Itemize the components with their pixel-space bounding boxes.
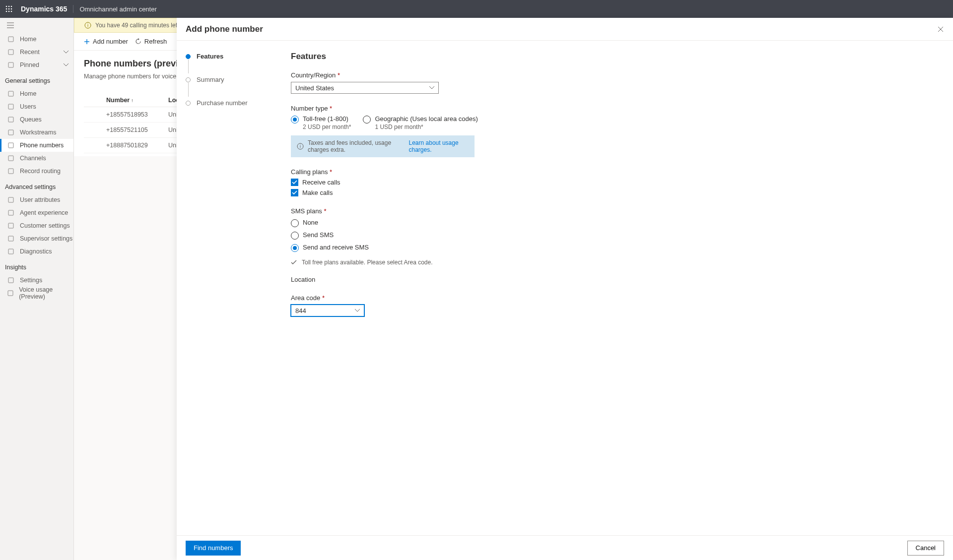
- add-number-button[interactable]: Add number: [84, 38, 128, 45]
- checkbox-icon: [291, 189, 298, 196]
- sidebar-item-customer-settings[interactable]: Customer settings: [0, 219, 73, 232]
- sidebar-item-home[interactable]: Home: [0, 87, 73, 100]
- voice-icon: [7, 290, 14, 297]
- number-type-option[interactable]: Toll-free (1-800) 2 USD per month*: [291, 115, 351, 130]
- close-icon[interactable]: [937, 26, 944, 33]
- queues-icon: [7, 116, 15, 123]
- svg-rect-23: [8, 210, 13, 215]
- option-title: Geographic (Uses local area codes): [375, 115, 477, 123]
- radio-icon: [291, 232, 299, 240]
- svg-point-3: [6, 8, 7, 10]
- workstreams-icon: [7, 129, 15, 136]
- cell-number: +18887501829: [84, 142, 168, 149]
- sidebar-item-label: Queues: [20, 116, 42, 123]
- sidebar-item-settings[interactable]: Settings: [0, 274, 73, 287]
- checkbox-label: Make calls: [302, 189, 333, 196]
- refresh-button[interactable]: Refresh: [135, 38, 167, 45]
- sms-plan-option[interactable]: None: [291, 219, 944, 227]
- svg-rect-27: [8, 278, 13, 283]
- country-select[interactable]: United States: [291, 82, 439, 94]
- refresh-label: Refresh: [144, 38, 167, 45]
- calling-plans-label: Calling plans: [291, 168, 944, 176]
- sms-plan-option[interactable]: Send SMS: [291, 231, 944, 240]
- add-number-label: Add number: [93, 38, 128, 45]
- radio-icon: [291, 219, 299, 227]
- sidebar-item-label: Home: [20, 36, 36, 43]
- sidebar-item-label: Channels: [20, 155, 46, 162]
- sidebar-item-record-routing[interactable]: Record routing: [0, 165, 73, 178]
- app-name: Omnichannel admin center: [73, 5, 156, 13]
- supervisor-icon: [7, 235, 15, 242]
- sidebar-item-user-attributes[interactable]: User attributes: [0, 193, 73, 206]
- step-indicator-icon: [186, 101, 191, 106]
- sidebar-item-label: Users: [20, 103, 36, 110]
- phone-icon: [7, 142, 15, 149]
- usage-info: i Taxes and fees included, usage charges…: [291, 135, 475, 157]
- sidebar-item-label: Voice usage (Preview): [19, 286, 73, 300]
- routing-icon: [7, 168, 15, 175]
- chevron-down-icon: [429, 86, 434, 89]
- sms-plan-option[interactable]: Send and receive SMS: [291, 244, 944, 252]
- attrs-icon: [7, 196, 15, 203]
- app-launcher-icon[interactable]: [4, 4, 14, 14]
- usage-charges-link[interactable]: Learn about usage charges.: [409, 139, 469, 153]
- sidebar-item-recent[interactable]: Recent: [0, 46, 73, 59]
- settings-icon: [7, 277, 15, 284]
- sms-plans-label: SMS plans: [291, 207, 944, 215]
- country-label: Country/Region: [291, 71, 944, 79]
- col-header-number[interactable]: Number: [84, 97, 168, 104]
- sidebar-item-queues[interactable]: Queues: [0, 113, 73, 126]
- svg-rect-12: [8, 37, 13, 42]
- svg-rect-19: [8, 143, 13, 148]
- check-icon: [291, 260, 297, 265]
- svg-rect-21: [8, 169, 13, 174]
- wizard-step-purchase-number[interactable]: Purchase number: [186, 99, 282, 107]
- sidebar-item-label: Phone numbers: [20, 142, 64, 149]
- panel-header: Add phone number: [177, 18, 953, 41]
- clock-icon: [7, 49, 15, 56]
- sidebar-item-pinned[interactable]: Pinned: [0, 59, 73, 71]
- area-code-value: 844: [295, 307, 306, 314]
- sidebar-item-supervisor-settings[interactable]: Supervisor settings: [0, 232, 73, 245]
- svg-rect-24: [8, 223, 13, 228]
- svg-rect-14: [8, 62, 13, 67]
- sidebar-item-phone-numbers[interactable]: Phone numbers: [0, 139, 73, 152]
- cancel-button[interactable]: Cancel: [907, 541, 944, 556]
- sidebar-item-agent-experience[interactable]: Agent experience: [0, 206, 73, 219]
- sidebar-item-label: Supervisor settings: [20, 235, 72, 242]
- find-numbers-button[interactable]: Find numbers: [186, 541, 241, 556]
- sidebar-item-label: Home: [20, 90, 36, 97]
- number-type-option[interactable]: Geographic (Uses local area codes) 1 USD…: [363, 115, 477, 130]
- chevron-down-icon: [64, 63, 68, 66]
- sidebar-item-workstreams[interactable]: Workstreams: [0, 126, 73, 139]
- customer-icon: [7, 222, 15, 229]
- sidebar-item-label: Record routing: [20, 168, 61, 175]
- sidebar-item-channels[interactable]: Channels: [0, 152, 73, 165]
- sidebar-toggle[interactable]: [0, 18, 73, 33]
- brand-name[interactable]: Dynamics 365: [21, 5, 73, 13]
- wizard-step-summary[interactable]: Summary: [186, 76, 282, 83]
- panel-footer: Find numbers Cancel: [177, 535, 953, 560]
- sidebar-item-home[interactable]: Home: [0, 33, 73, 46]
- sidebar-item-users[interactable]: Users: [0, 100, 73, 113]
- wizard-step-features[interactable]: Features: [186, 53, 282, 60]
- step-indicator-icon: [186, 77, 191, 82]
- sidebar-item-label: Workstreams: [20, 129, 56, 136]
- sidebar-item-label: Settings: [20, 277, 42, 284]
- svg-rect-25: [8, 236, 13, 241]
- area-code-select[interactable]: 844: [291, 305, 364, 316]
- radio-icon: [363, 116, 371, 124]
- sidebar-item-voice-usage-(preview)[interactable]: Voice usage (Preview): [0, 287, 73, 300]
- svg-rect-15: [8, 91, 13, 96]
- home-icon: [7, 36, 15, 43]
- sidebar-item-diagnostics[interactable]: Diagnostics: [0, 245, 73, 258]
- svg-rect-17: [8, 117, 13, 122]
- calling-plan-checkbox[interactable]: Make calls: [291, 189, 944, 196]
- calling-plan-checkbox[interactable]: Receive calls: [291, 179, 944, 186]
- radio-icon: [291, 244, 299, 252]
- features-form: Features Country/Region United States Nu…: [282, 41, 953, 535]
- sidebar: Home Recent Pinned General settings Home…: [0, 18, 74, 560]
- sidebar-item-label: User attributes: [20, 196, 60, 203]
- plus-icon: [84, 39, 90, 45]
- chevron-down-icon: [355, 309, 360, 312]
